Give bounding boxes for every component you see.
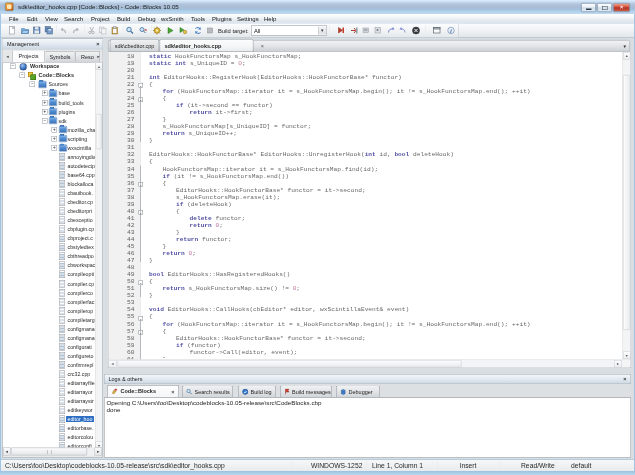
- svg-text:a: a: [145, 27, 148, 32]
